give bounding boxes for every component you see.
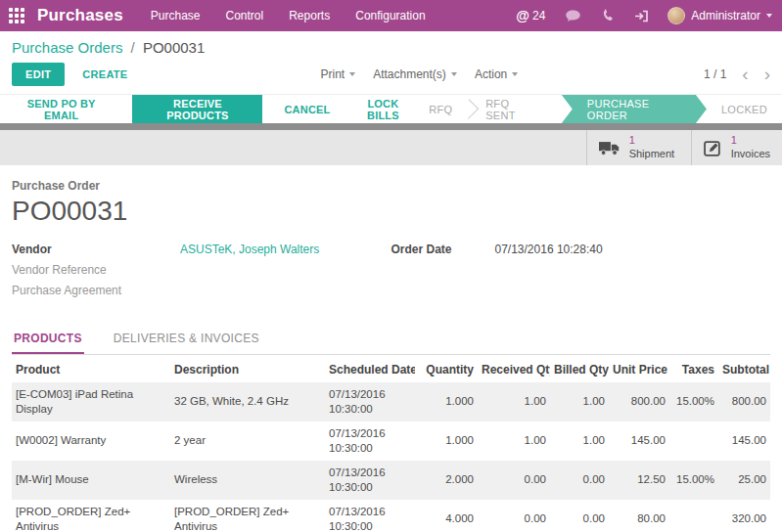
edit-button[interactable]: EDIT — [12, 63, 65, 86]
chevron-down-icon — [766, 14, 772, 18]
vendor-label: Vendor — [12, 243, 180, 256]
status-purchase-order-active[interactable]: PURCHASE ORDER — [562, 95, 707, 123]
cell-taxes: 15.00% — [669, 461, 718, 500]
cell-product: [E-COM03] iPad Retina Display — [12, 382, 170, 421]
cell-subtotal: 25.00 — [718, 461, 770, 500]
cell-description: 2 year — [170, 421, 325, 461]
invoices-stat-button[interactable]: 1 Invoices — [691, 130, 782, 165]
user-avatar — [667, 7, 685, 24]
cell-quantity: 1.000 — [415, 421, 478, 461]
main-menu: Purchase Control Reports Configuration — [151, 9, 426, 22]
cell-scheduled-date: 07/13/2016 10:30:00 — [325, 421, 415, 461]
purchase-agreement-label: Purchase Agreement — [12, 284, 180, 297]
receive-products-button[interactable]: RECEIVE PRODUCTS — [132, 95, 262, 123]
pager-previous-icon[interactable]: ‹ — [742, 69, 748, 79]
cell-quantity: 1.000 — [415, 382, 478, 421]
status-steps: RFQ RFQ SENT PURCHASE ORDER LOCKED — [414, 95, 782, 123]
menu-configuration[interactable]: Configuration — [355, 9, 425, 22]
cell-billed-qty: 1.00 — [550, 382, 609, 421]
col-scheduled-date: Scheduled Date — [325, 355, 415, 382]
cell-description: 32 GB, White, 2.4 GHz — [170, 382, 325, 421]
pager-value: 1 / 1 — [704, 67, 726, 81]
cell-billed-qty: 0.00 — [550, 461, 609, 500]
print-dropdown[interactable]: Print — [320, 67, 355, 81]
chevron-down-icon — [451, 72, 457, 76]
record-type-label: Purchase Order — [12, 179, 770, 193]
user-name: Administrator — [691, 9, 760, 22]
table-row[interactable]: [W0002] Warranty 2 year 07/13/2016 10:30… — [12, 421, 770, 461]
col-subtotal: Subtotal — [718, 355, 770, 382]
col-billed-qty: Billed Qty — [550, 355, 609, 382]
breadcrumb-parent-link[interactable]: Purchase Orders — [12, 39, 122, 56]
col-unit-price: Unit Price — [609, 355, 669, 382]
chevron-down-icon — [512, 72, 518, 76]
cell-description: Wireless — [170, 461, 325, 500]
phone-icon[interactable] — [601, 9, 615, 22]
apps-grid-icon[interactable] — [0, 0, 33, 31]
form-statusbar: SEND PO BY EMAIL RECEIVE PRODUCTS CANCEL… — [0, 94, 782, 123]
chevron-down-icon — [349, 72, 355, 76]
col-received-qty: Received Qty — [478, 355, 550, 382]
sheet-top-shadow — [0, 123, 782, 130]
cell-quantity: 4.000 — [415, 500, 478, 532]
menu-reports[interactable]: Reports — [289, 9, 330, 22]
cell-received-qty: 1.00 — [478, 382, 550, 421]
table-row[interactable]: [PROD_ORDER] Zed+ Antivirus [PROD_ORDER]… — [12, 500, 770, 532]
cell-taxes: 15.00% — [669, 382, 718, 421]
pager: 1 / 1 ‹ › — [704, 67, 770, 81]
messages-icon[interactable] — [565, 10, 581, 22]
at-icon: @ — [516, 8, 529, 23]
tab-products[interactable]: PRODUCTS — [12, 324, 84, 354]
shipment-count: 1 — [629, 134, 674, 148]
invoices-count: 1 — [731, 134, 770, 148]
menu-control[interactable]: Control — [226, 9, 264, 22]
cell-taxes — [669, 500, 718, 532]
button-box: 1 Shipment 1 Invoices — [0, 130, 782, 165]
activities-counter[interactable]: @ 24 — [516, 8, 545, 23]
send-po-by-email-button[interactable]: SEND PO BY EMAIL — [12, 98, 111, 121]
cell-unit-price: 800.00 — [609, 382, 669, 421]
breadcrumb: Purchase Orders / PO00031 — [0, 31, 782, 58]
col-product: Product — [12, 355, 170, 382]
cell-unit-price: 80.00 — [609, 500, 669, 532]
cell-product: [W0002] Warranty — [12, 421, 170, 461]
table-header-row: Product Description Scheduled Date Quant… — [12, 355, 770, 382]
status-rfq-sent[interactable]: RFQ SENT — [471, 95, 552, 123]
form-sheet: Purchase Order PO00031 Vendor ASUSTeK, J… — [0, 165, 782, 532]
cell-unit-price: 145.00 — [609, 421, 669, 461]
breadcrumb-separator: / — [131, 39, 135, 56]
pager-next-icon[interactable]: › — [764, 69, 770, 79]
app-title: Purchases — [37, 6, 123, 25]
status-locked[interactable]: LOCKED — [707, 95, 782, 123]
cell-taxes — [669, 421, 718, 461]
cell-scheduled-date: 07/13/2016 10:30:00 — [325, 461, 415, 500]
action-dropdown[interactable]: Action — [475, 67, 518, 81]
col-taxes: Taxes — [669, 355, 718, 382]
invoices-label: Invoices — [731, 148, 770, 161]
sign-in-icon[interactable] — [634, 10, 648, 22]
shipment-stat-button[interactable]: 1 Shipment — [586, 130, 691, 165]
vendor-value-link[interactable]: ASUSTeK, Joseph Walters — [180, 243, 319, 256]
cell-scheduled-date: 07/13/2016 10:30:00 — [325, 500, 415, 532]
cell-billed-qty: 1.00 — [550, 421, 609, 461]
tab-deliveries-invoices[interactable]: DELIVERIES & INVOICES — [112, 324, 261, 354]
menu-purchase[interactable]: Purchase — [151, 9, 201, 22]
lock-bills-button[interactable]: LOCK BILLS — [352, 98, 415, 121]
cell-subtotal: 320.00 — [718, 500, 770, 532]
vendor-reference-label: Vendor Reference — [12, 263, 180, 277]
truck-icon — [599, 140, 621, 156]
order-date-label: Order Date — [391, 243, 495, 256]
order-date-value: 07/13/2016 10:28:40 — [495, 243, 603, 256]
user-menu[interactable]: Administrator — [667, 7, 772, 24]
top-navbar: Purchases Purchase Control Reports Confi… — [0, 0, 782, 31]
create-button[interactable]: CREATE — [70, 63, 139, 86]
attachments-dropdown[interactable]: Attachment(s) — [373, 67, 457, 81]
table-row[interactable]: [E-COM03] iPad Retina Display 32 GB, Whi… — [12, 382, 770, 421]
cell-product: [PROD_ORDER] Zed+ Antivirus — [12, 500, 170, 532]
cancel-button[interactable]: CANCEL — [284, 104, 330, 115]
breadcrumb-current: PO00031 — [143, 39, 205, 56]
cell-description: [PROD_ORDER] Zed+ Antivirus — [170, 500, 325, 532]
table-row[interactable]: [M-Wir] Mouse Wireless 07/13/2016 10:30:… — [12, 461, 770, 500]
cell-scheduled-date: 07/13/2016 10:30:00 — [325, 382, 415, 421]
cell-billed-qty: 0.00 — [550, 500, 609, 532]
